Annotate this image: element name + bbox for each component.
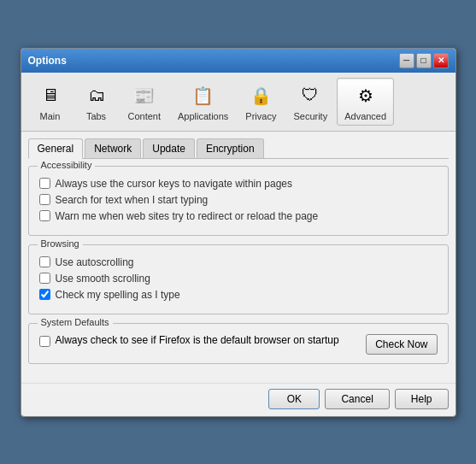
window-title: Options xyxy=(28,55,67,67)
help-button[interactable]: Help xyxy=(395,389,449,409)
warn-redirect-checkbox[interactable] xyxy=(39,210,50,221)
privacy-icon: 🔒 xyxy=(247,82,274,109)
tab-update[interactable]: Update xyxy=(143,138,195,158)
search-typing-label[interactable]: Search for text when I start typing xyxy=(56,194,209,206)
spell-check-row: Check my spelling as I type xyxy=(39,289,438,301)
cancel-button[interactable]: Cancel xyxy=(325,389,389,409)
close-button[interactable]: ✕ xyxy=(433,53,449,68)
content-area: General Network Update Encryption Access… xyxy=(21,132,455,379)
ok-button[interactable]: OK xyxy=(268,389,320,409)
toolbar-label-applications: Applications xyxy=(178,111,228,121)
toolbar-label-main: Main xyxy=(40,111,61,121)
toolbar-label-tabs: Tabs xyxy=(86,111,106,121)
browsing-label: Browsing xyxy=(38,238,83,249)
autoscrolling-row: Use autoscrolling xyxy=(39,256,438,268)
toolbar-label-advanced: Advanced xyxy=(344,111,386,121)
autoscrolling-label[interactable]: Use autoscrolling xyxy=(56,256,134,268)
tab-encryption[interactable]: Encryption xyxy=(197,138,264,158)
toolbar-label-content: Content xyxy=(128,111,162,121)
system-defaults-label: System Defaults xyxy=(38,317,113,327)
search-typing-checkbox[interactable] xyxy=(39,194,50,205)
spell-check-label[interactable]: Check my spelling as I type xyxy=(56,289,180,301)
toolbar-item-main[interactable]: 🖥 Main xyxy=(28,78,73,126)
apps-icon: 📋 xyxy=(190,82,217,109)
check-now-button[interactable]: Check Now xyxy=(366,334,437,355)
smooth-scrolling-checkbox[interactable] xyxy=(39,273,50,284)
accessibility-label: Accessibility xyxy=(38,160,96,170)
cursor-keys-checkbox[interactable] xyxy=(39,178,50,189)
content-icon: 📰 xyxy=(131,82,158,109)
system-defaults-section: System Defaults Always check to see if F… xyxy=(28,323,449,364)
system-defaults-inner: Always check to see if Firefox is the de… xyxy=(39,331,438,355)
advanced-icon: ⚙ xyxy=(352,82,379,109)
browsing-section: Browsing Use autoscrolling Use smooth sc… xyxy=(28,244,449,314)
toolbar-item-privacy[interactable]: 🔒 Privacy xyxy=(238,78,284,126)
title-bar: Options ─ □ ✕ xyxy=(21,49,455,73)
toolbar-item-advanced[interactable]: ⚙ Advanced xyxy=(337,78,394,126)
main-icon: 🖥 xyxy=(37,82,64,109)
system-defaults-left: Always check to see if Firefox is the de… xyxy=(39,334,339,347)
spell-check-checkbox[interactable] xyxy=(39,289,50,300)
title-bar-buttons: ─ □ ✕ xyxy=(399,53,449,68)
tabs-row: General Network Update Encryption xyxy=(28,138,449,159)
toolbar-label-privacy: Privacy xyxy=(245,111,276,121)
bottom-buttons: OK Cancel Help xyxy=(21,383,455,416)
minimize-button[interactable]: ─ xyxy=(399,53,414,68)
warn-redirect-label[interactable]: Warn me when web sites try to redirect o… xyxy=(56,210,319,222)
tabs-icon: 🗂 xyxy=(83,82,110,109)
search-typing-row: Search for text when I start typing xyxy=(39,194,438,206)
security-icon: 🛡 xyxy=(297,82,324,109)
cursor-keys-label[interactable]: Always use the cursor keys to navigate w… xyxy=(56,178,292,190)
smooth-scrolling-label[interactable]: Use smooth scrolling xyxy=(56,273,150,285)
toolbar-item-applications[interactable]: 📋 Applications xyxy=(170,78,236,126)
maximize-button[interactable]: □ xyxy=(416,53,432,68)
default-browser-label[interactable]: Always check to see if Firefox is the de… xyxy=(56,334,339,346)
autoscrolling-checkbox[interactable] xyxy=(39,256,50,267)
tab-network[interactable]: Network xyxy=(85,138,141,158)
toolbar-item-security[interactable]: 🛡 Security xyxy=(285,78,335,126)
toolbar: 🖥 Main 🗂 Tabs 📰 Content 📋 Applications 🔒… xyxy=(21,73,455,132)
cursor-keys-row: Always use the cursor keys to navigate w… xyxy=(39,178,438,190)
smooth-scrolling-row: Use smooth scrolling xyxy=(39,273,438,285)
toolbar-item-tabs[interactable]: 🗂 Tabs xyxy=(74,78,119,126)
warn-redirect-row: Warn me when web sites try to redirect o… xyxy=(39,210,438,222)
toolbar-label-security: Security xyxy=(293,111,327,121)
accessibility-section: Accessibility Always use the cursor keys… xyxy=(28,166,449,236)
toolbar-item-content[interactable]: 📰 Content xyxy=(120,78,169,126)
tab-general[interactable]: General xyxy=(28,138,84,159)
default-browser-checkbox[interactable] xyxy=(39,336,50,347)
options-window: Options ─ □ ✕ 🖥 Main 🗂 Tabs 📰 Content xyxy=(21,48,456,417)
